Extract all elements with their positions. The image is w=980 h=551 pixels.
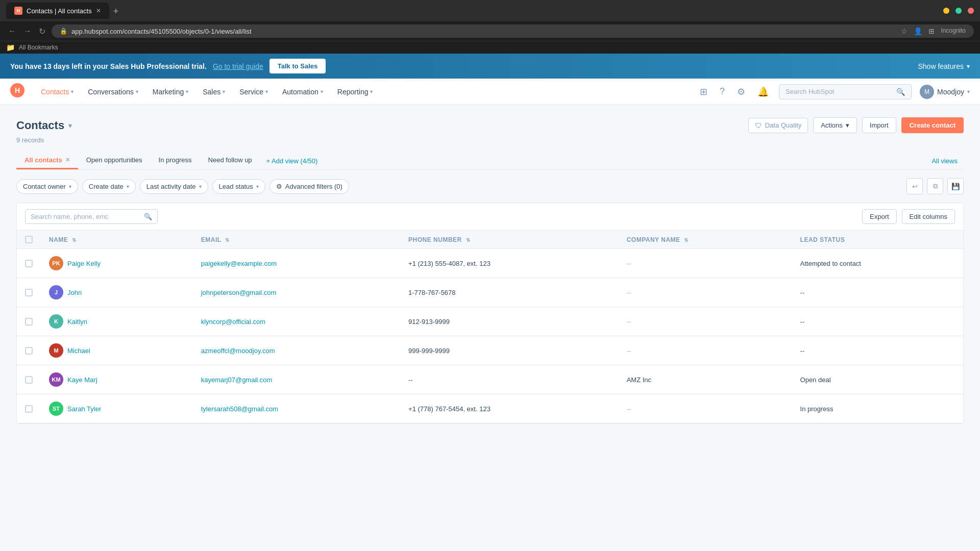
nav-item-conversations[interactable]: Conversations ▾ bbox=[82, 85, 144, 99]
undo-button[interactable]: ↩ bbox=[906, 178, 923, 194]
extensions-icon[interactable]: ⊞ bbox=[928, 27, 935, 35]
copy-button[interactable]: ⧉ bbox=[927, 178, 943, 194]
nav-contacts-label: Contacts bbox=[41, 88, 69, 96]
add-view-label: + Add view (4/50) bbox=[266, 157, 318, 165]
tab-label: Contacts | All contacts bbox=[27, 7, 92, 15]
nav-item-marketing[interactable]: Marketing ▾ bbox=[146, 85, 194, 99]
col-lead-status[interactable]: LEAD STATUS bbox=[792, 231, 963, 249]
contact-company-0: -- bbox=[627, 260, 631, 267]
contact-email-3[interactable]: azmeoffcl@moodjoy.com bbox=[201, 347, 275, 355]
export-button[interactable]: Export bbox=[862, 209, 897, 224]
tab-open-opportunities[interactable]: Open opportunities bbox=[78, 152, 151, 169]
filter-lead-status[interactable]: Lead status ▾ bbox=[212, 179, 265, 194]
create-contact-button[interactable]: Create contact bbox=[901, 117, 964, 133]
row-checkbox-5[interactable] bbox=[25, 405, 33, 413]
all-bookmarks-link[interactable]: All Bookmarks bbox=[19, 44, 58, 51]
contact-name-0[interactable]: Paige Kelly bbox=[67, 260, 101, 267]
page-title: Contacts bbox=[16, 119, 64, 132]
col-company[interactable]: COMPANY NAME ⇅ bbox=[619, 231, 792, 249]
tab-all-contacts-close-icon[interactable]: ✕ bbox=[65, 157, 70, 163]
talk-to-sales-button[interactable]: Talk to Sales bbox=[270, 59, 326, 73]
contact-name-2[interactable]: Kaitlyn bbox=[67, 318, 87, 325]
nav-item-contacts[interactable]: Contacts ▾ bbox=[35, 85, 80, 99]
nav-marketing-label: Marketing bbox=[153, 88, 184, 96]
contact-avatar-5: ST bbox=[49, 402, 63, 416]
filter-last-activity-date[interactable]: Last activity date ▾ bbox=[140, 179, 208, 194]
page-title-chevron-icon[interactable]: ▾ bbox=[68, 121, 72, 130]
all-views-button[interactable]: All views bbox=[925, 153, 964, 169]
contact-phone-3: 999-999-9999 bbox=[408, 347, 450, 355]
select-all-checkbox[interactable] bbox=[25, 236, 33, 243]
col-email[interactable]: EMAIL ⇅ bbox=[193, 231, 400, 249]
back-button[interactable]: ← bbox=[6, 26, 18, 37]
profile-icon[interactable]: 👤 bbox=[914, 27, 922, 35]
row-checkbox-3[interactable] bbox=[25, 347, 33, 355]
advanced-filters-button[interactable]: ⚙ Advanced filters (0) bbox=[270, 179, 349, 194]
show-features-chevron-icon: ▾ bbox=[967, 63, 970, 70]
contact-phone-2: 912-913-9999 bbox=[408, 318, 450, 325]
nav-conversations-label: Conversations bbox=[88, 88, 134, 96]
trial-guide-link[interactable]: Go to trial guide bbox=[213, 62, 263, 70]
nav-item-service[interactable]: Service ▾ bbox=[233, 85, 274, 99]
row-checkbox-0[interactable] bbox=[25, 260, 33, 267]
contact-name-5[interactable]: Sarah Tyler bbox=[67, 405, 101, 413]
show-features-button[interactable]: Show features ▾ bbox=[918, 62, 970, 70]
nav-item-reporting[interactable]: Reporting ▾ bbox=[331, 85, 379, 99]
contact-name-4[interactable]: Kaye Marj bbox=[67, 376, 97, 384]
filter-create-date-chevron-icon: ▾ bbox=[127, 184, 129, 189]
contact-name-1[interactable]: John bbox=[67, 289, 82, 296]
address-bar[interactable]: 🔒 app.hubspot.com/contacts/45105500/obje… bbox=[52, 24, 974, 38]
notifications-button[interactable]: 🔔 bbox=[755, 84, 771, 99]
nav-item-sales[interactable]: Sales ▾ bbox=[197, 85, 231, 99]
row-checkbox-4[interactable] bbox=[25, 376, 33, 384]
tab-need-follow-up[interactable]: Need follow up bbox=[200, 152, 260, 169]
bookmarks-icon: 📁 bbox=[6, 43, 15, 52]
bookmark-icon[interactable]: ☆ bbox=[901, 27, 908, 35]
contact-email-2[interactable]: klyncorp@official.com bbox=[201, 318, 265, 325]
tab-close-icon[interactable]: ✕ bbox=[96, 7, 101, 14]
nav-item-automation[interactable]: Automation ▾ bbox=[276, 85, 329, 99]
tab-all-contacts[interactable]: All contacts ✕ bbox=[16, 152, 78, 169]
contact-name-3[interactable]: Michael bbox=[67, 347, 90, 355]
settings-button[interactable]: ⚙ bbox=[735, 84, 747, 99]
filter-contact-owner[interactable]: Contact owner ▾ bbox=[16, 179, 78, 194]
user-menu[interactable]: M Moodjoy ▾ bbox=[920, 85, 970, 99]
contact-email-0[interactable]: paigekelly@example.com bbox=[201, 260, 277, 267]
contact-lead-status-2: -- bbox=[800, 318, 805, 325]
save-button[interactable]: 💾 bbox=[947, 178, 964, 194]
contact-email-4[interactable]: kayemarj07@gmail.com bbox=[201, 376, 273, 384]
row-checkbox-1[interactable] bbox=[25, 289, 33, 296]
edit-columns-button[interactable]: Edit columns bbox=[902, 209, 955, 224]
col-phone[interactable]: PHONE NUMBER ⇅ bbox=[400, 231, 619, 249]
tab-in-progress[interactable]: In progress bbox=[151, 152, 200, 169]
actions-button[interactable]: Actions ▾ bbox=[813, 117, 857, 133]
table-search-input[interactable] bbox=[31, 213, 140, 220]
active-browser-tab[interactable]: H Contacts | All contacts ✕ bbox=[6, 3, 109, 19]
minimize-button[interactable] bbox=[943, 8, 949, 14]
help-button[interactable]: ? bbox=[718, 84, 727, 99]
close-button[interactable] bbox=[968, 8, 974, 14]
reload-button[interactable]: ↻ bbox=[37, 26, 47, 37]
hubspot-search[interactable]: 🔍 bbox=[779, 84, 912, 99]
maximize-button[interactable] bbox=[955, 8, 962, 14]
contact-email-5[interactable]: tylersarah508@gmail.com bbox=[201, 405, 278, 413]
contact-company-2: -- bbox=[627, 318, 631, 325]
apps-button[interactable]: ⊞ bbox=[698, 84, 709, 99]
col-name[interactable]: NAME ⇅ bbox=[41, 231, 193, 249]
table-search-box[interactable]: 🔍 bbox=[25, 209, 158, 224]
user-chevron-icon: ▾ bbox=[967, 89, 970, 94]
row-checkbox-2[interactable] bbox=[25, 318, 33, 325]
nav-conversations-chevron-icon: ▾ bbox=[136, 89, 138, 94]
data-quality-button[interactable]: 🛡 Data Quality bbox=[748, 118, 808, 133]
new-tab-button[interactable]: + bbox=[109, 4, 123, 19]
table-row: J John johnpeterson@gmail.com 1-778-767-… bbox=[17, 278, 963, 307]
forward-button[interactable]: → bbox=[21, 26, 34, 37]
import-button[interactable]: Import bbox=[862, 117, 896, 133]
add-view-button[interactable]: + Add view (4/50) bbox=[260, 153, 324, 169]
filter-contact-owner-chevron-icon: ▾ bbox=[69, 184, 71, 189]
contact-avatar-3: M bbox=[49, 343, 63, 358]
filter-create-date[interactable]: Create date ▾ bbox=[82, 179, 136, 194]
search-input[interactable] bbox=[786, 88, 892, 95]
hubspot-logo[interactable]: H bbox=[10, 83, 24, 101]
contact-email-1[interactable]: johnpeterson@gmail.com bbox=[201, 289, 277, 296]
